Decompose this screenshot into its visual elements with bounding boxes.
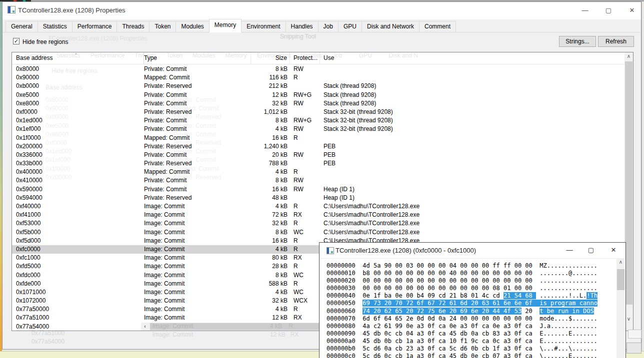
table-row[interactable]: 0xf40000Image: Commit4 kBRC:\Users\madhu…	[12, 202, 633, 211]
cell-addr: 0xe8000	[12, 99, 144, 108]
cell-type: Image: Commit	[144, 297, 251, 305]
table-row[interactable]: 0xf0000Private: Reserved1,012 kBStack 32…	[12, 108, 633, 116]
table-row[interactable]: 0x90000Mapped: Commit116 kBR	[12, 73, 633, 82]
table-row[interactable]: 0xf41000Image: Commit72 kBRXC:\Users\mad…	[12, 211, 633, 219]
table-row[interactable]: 0xb0000Private: Reserved212 kBStack (thr…	[12, 82, 633, 90]
table-row[interactable]: 0x400000Mapped: Commit4 kBR	[12, 168, 633, 176]
table-row[interactable]: 0x1f0000Mapped: Commit16 kBR	[12, 134, 633, 142]
table-row[interactable]: 0xe8000Private: Commit32 kBRWStack (thre…	[12, 99, 633, 108]
tab-environment[interactable]: Environment	[241, 21, 286, 32]
maximize-button[interactable]: ▢	[601, 4, 616, 16]
table-row[interactable]: 0xf5b000Image: Commit8 kBWCC:\Users\madh…	[12, 228, 633, 237]
hex-lines[interactable]: 00000000 4d 5a 90 00 03 00 00 00 04 00 0…	[326, 262, 598, 358]
cell-type: Private: Commit	[144, 151, 251, 159]
cell-size: 16 kB	[251, 237, 290, 245]
scrollbar-thumb[interactable]	[625, 61, 632, 305]
table-row[interactable]: 0x410000Private: Commit8 kBRW	[12, 176, 633, 185]
hex-viewer-window: TController128.exe (1208) (0xfc0000 - 0x…	[319, 242, 626, 358]
cell-prot: WCX	[290, 297, 320, 305]
tab-performance[interactable]: Performance	[72, 21, 118, 32]
table-row[interactable]: 0x200000Private: Reserved1,240 kBPEB	[12, 142, 633, 151]
table-row[interactable]: 0xe5000Private: Commit12 kBRW+GStack (th…	[12, 91, 633, 99]
cell-type: Private: Reserved	[144, 159, 251, 168]
close-button[interactable]: ✕	[605, 244, 622, 257]
cell-use	[320, 134, 633, 142]
cell-use	[320, 65, 633, 73]
cell-prot: R	[290, 305, 320, 314]
tab-disk-and-network[interactable]: Disk and Network	[362, 21, 420, 32]
maximize-button[interactable]: ▢	[582, 244, 600, 257]
tab-modules[interactable]: Modules	[176, 21, 209, 32]
tab-general[interactable]: General	[6, 21, 38, 32]
hex-line: 00000050 69 73 20 70 72 6f 67 72 61 6d 2…	[326, 300, 598, 307]
tab-statistics[interactable]: Statistics	[38, 21, 72, 32]
column-header-use[interactable]: Use	[320, 52, 633, 64]
tab-gpu[interactable]: GPU	[338, 21, 362, 32]
tab-token[interactable]: Token	[149, 21, 176, 32]
cell-prot	[290, 142, 320, 151]
column-header-base-address[interactable]: Base address	[12, 52, 144, 64]
tab-comment[interactable]: Comment	[419, 21, 456, 32]
table-row[interactable]: 0x594000Private: Reserved48 kBHeap (ID 1…	[12, 194, 633, 202]
scroll-up-icon[interactable]: ∧	[616, 258, 625, 267]
hex-line: 00000000 4d 5a 90 00 03 00 00 00 04 00 0…	[326, 262, 598, 270]
column-header-size[interactable]: Size	[251, 52, 290, 64]
hex-line: 00000070 6d 6f 64 65 2e 0d 0d 0a 24 00 0…	[326, 315, 598, 323]
cell-prot: R	[290, 134, 320, 142]
table-row[interactable]: 0x1ef000Private: Commit4 kBRWStack 32-bi…	[12, 125, 633, 133]
column-header-protect[interactable]: Protect...	[290, 52, 320, 64]
table-row[interactable]: 0xf53000Image: Commit32 kBRC:\Users\madh…	[12, 219, 633, 228]
cell-type: Private: Commit	[144, 99, 251, 108]
table-row[interactable]: 0x1ed000Private: Commit8 kBRW+GStack 32-…	[12, 116, 633, 125]
cell-size: 1,012 kB	[251, 108, 290, 116]
cell-prot	[290, 194, 320, 202]
tab-job[interactable]: Job	[318, 21, 338, 32]
tab-threads[interactable]: Threads	[116, 21, 150, 32]
cell-type: Private: Reserved	[144, 194, 251, 202]
minimize-button[interactable]: —	[578, 4, 592, 16]
background-window-fragment	[628, 330, 642, 339]
cell-type: Image: Commit	[144, 237, 251, 245]
cell-addr: 0x77a50000	[12, 305, 144, 314]
cell-prot	[290, 108, 320, 116]
cell-prot: WC	[290, 288, 320, 297]
hex-line: 00000030 00 00 00 00 00 00 00 00 00 00 0…	[326, 285, 598, 292]
strings-button[interactable]: Strings...	[559, 36, 596, 47]
close-button[interactable]: ✕	[624, 4, 640, 16]
background-window-edge-right	[642, 1, 644, 358]
cell-type: Mapped: Commit	[144, 168, 251, 176]
hex-vertical-scrollbar[interactable]: ∧	[616, 258, 625, 358]
minimize-button[interactable]: —	[561, 244, 578, 257]
column-header-type[interactable]: Type	[144, 52, 251, 64]
cell-size: 8 kB	[251, 176, 290, 185]
table-row[interactable]: 0x336000Private: Commit20 kBRWPEB	[12, 151, 633, 159]
scroll-up-icon[interactable]: ∧	[624, 52, 633, 61]
table-row[interactable]: 0x80000Private: Commit8 kBRW	[12, 65, 633, 73]
cell-size: 8 kB	[251, 65, 290, 73]
cell-type: Image: Commit	[144, 211, 251, 219]
cell-addr: 0xfde000	[12, 280, 144, 288]
cell-type: Private: Commit	[144, 176, 251, 185]
table-row[interactable]: 0x33b000Private: Reserved788 kBPEB	[12, 159, 633, 168]
cell-use	[320, 176, 633, 185]
cell-use: Stack 32-bit (thread 9208)	[320, 116, 633, 125]
hide-free-regions-checkbox[interactable]: ✓	[13, 38, 20, 44]
cell-size: 28 kB	[251, 262, 290, 271]
title-bar[interactable]: TController128.exe (1208) Properties — ▢…	[2, 2, 641, 19]
cell-size: 212 kB	[251, 82, 290, 90]
check-icon: ✓	[14, 38, 18, 44]
refresh-button[interactable]: Refresh	[598, 36, 634, 47]
cell-addr: 0x200000	[12, 142, 144, 151]
scrollbar-thumb[interactable]	[617, 269, 624, 290]
tab-memory[interactable]: Memory	[209, 19, 242, 32]
hex-line: 00000010 b8 00 00 00 00 00 00 00 40 00 0…	[326, 270, 598, 277]
table-row[interactable]: 0x590000Private: Commit16 kBRWHeap (ID 1…	[12, 185, 633, 194]
cell-type: Private: Commit	[144, 65, 251, 73]
list-header: Base address Type Size Protect... Use	[12, 52, 633, 64]
tab-handles[interactable]: Handles	[286, 21, 318, 32]
cell-prot: R	[290, 245, 320, 254]
scroll-left-icon[interactable]: ‹	[141, 323, 149, 331]
hex-title-bar[interactable]: TController128.exe (1208) (0xfc0000 - 0x…	[320, 243, 626, 259]
cell-type: Private: Reserved	[144, 82, 251, 90]
cell-use: Stack 32-bit (thread 9208)	[320, 108, 633, 116]
